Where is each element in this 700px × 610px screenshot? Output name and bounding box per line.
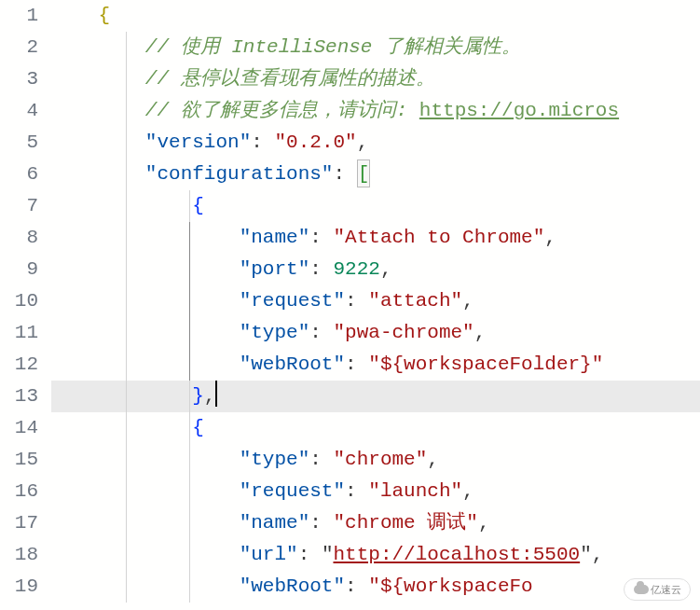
code-text: { (51, 195, 204, 216)
indent-guide (189, 571, 190, 603)
line-number: 6 (0, 159, 38, 190)
indent-guide (126, 476, 127, 507)
token-url-string: http://localhost:5500 (333, 544, 580, 565)
token-colon: : (345, 290, 368, 312)
line-number: 18 (0, 539, 38, 571)
code-text: "webRoot": "${workspaceFo (51, 575, 533, 597)
line-number: 19 (0, 571, 38, 603)
indent-guide (189, 285, 190, 317)
code-line[interactable]: // 悬停以查看现有属性的描述。 (51, 63, 700, 95)
indent-guide (126, 412, 127, 444)
code-line[interactable]: { (51, 0, 700, 32)
token-colon: : (345, 480, 368, 502)
code-line[interactable]: { (51, 412, 700, 444)
line-number: 8 (0, 222, 38, 254)
token-colon: : (309, 322, 333, 343)
line-number: 12 (0, 349, 38, 381)
token-key: "webRoot" (240, 354, 345, 375)
indent-guide (189, 381, 190, 412)
watermark-badge: 亿速云 (624, 578, 691, 601)
code-text: "webRoot": "${workspaceFolder}" (51, 354, 603, 375)
code-line[interactable]: "name": "Attach to Chrome", (51, 222, 700, 254)
line-number: 15 (0, 444, 38, 476)
token-brace: } (192, 385, 204, 407)
line-number: 2 (0, 32, 38, 63)
code-line[interactable]: { (51, 190, 700, 222)
indent-guide (126, 507, 127, 539)
indent-guide (189, 412, 190, 444)
token-comma: , (462, 480, 474, 502)
code-line[interactable]: "name": "chrome 调试", (51, 507, 700, 539)
indent-guide (126, 32, 127, 63)
token-string: "attach" (368, 290, 462, 312)
code-line[interactable]: }, (51, 381, 700, 412)
line-number: 9 (0, 254, 38, 285)
token-quote: " (322, 544, 334, 565)
code-text: "port": 9222, (51, 258, 392, 280)
line-number: 1 (0, 0, 38, 32)
line-number: 14 (0, 412, 38, 444)
token-colon: : (333, 163, 356, 185)
line-number: 7 (0, 190, 38, 222)
token-url: https://go.micros (419, 100, 619, 121)
code-text: // 使用 IntelliSense 了解相关属性。 (51, 36, 521, 58)
indent-guide (126, 159, 127, 190)
code-line[interactable]: "port": 9222, (51, 254, 700, 285)
token-brace: { (192, 195, 204, 216)
token-string: "${workspaceFo (368, 575, 532, 597)
token-comma: , (478, 512, 490, 534)
token-comma: , (544, 227, 556, 248)
indent-guide (126, 190, 127, 222)
indent-guide (189, 222, 190, 254)
token-string: "chrome" (333, 449, 427, 470)
token-key: "port" (240, 258, 310, 280)
line-number: 3 (0, 63, 38, 95)
indent-guide (126, 571, 127, 603)
token-colon: : (309, 512, 333, 534)
cloud-icon (634, 585, 649, 594)
code-text: "name": "Attach to Chrome", (51, 227, 556, 248)
token-colon: : (345, 575, 368, 597)
code-line[interactable]: "version": "0.2.0", (51, 127, 700, 159)
indent-guide (189, 444, 190, 476)
token-brace-yellow: { (98, 5, 110, 26)
token-key: "configurations" (145, 163, 334, 185)
indent-guide (126, 381, 127, 412)
token-colon: : (309, 258, 333, 280)
token-key: "type" (240, 449, 310, 470)
line-number: 4 (0, 95, 38, 127)
code-line[interactable]: // 使用 IntelliSense 了解相关属性。 (51, 32, 700, 63)
token-key: "request" (240, 290, 345, 312)
indent-guide (126, 444, 127, 476)
indent-guide (189, 190, 190, 222)
token-comma: , (427, 449, 439, 470)
code-line[interactable]: // 欲了解更多信息，请访问: https://go.micros (51, 95, 700, 127)
code-line[interactable]: "webRoot": "${workspaceFolder}" (51, 349, 700, 381)
code-line[interactable]: "url": "http://localhost:5500", (51, 539, 700, 571)
code-line[interactable]: "type": "pwa-chrome", (51, 317, 700, 349)
indent-guide (126, 63, 127, 95)
code-text: // 悬停以查看现有属性的描述。 (51, 68, 435, 90)
code-line[interactable]: "type": "chrome", (51, 444, 700, 476)
token-string: "Attach to Chrome" (333, 227, 544, 248)
indent-guide (126, 127, 127, 159)
code-text: "type": "chrome", (51, 449, 439, 470)
token-bracket-match: [ (357, 159, 371, 187)
indent-guide (126, 222, 127, 254)
token-key: "name" (240, 512, 310, 534)
token-colon: : (345, 354, 368, 375)
token-key: "url" (240, 544, 298, 565)
code-text: "configurations": [ (51, 163, 370, 185)
code-line[interactable]: "request": "launch", (51, 476, 700, 507)
line-number: 10 (0, 285, 38, 317)
code-editor[interactable]: 12345678910111213141516171819 { // 使用 In… (0, 0, 700, 610)
token-comment: // 欲了解更多信息，请访问: (145, 100, 419, 121)
code-area[interactable]: { // 使用 IntelliSense 了解相关属性。 // 悬停以查看现有属… (51, 0, 700, 610)
code-line[interactable]: "configurations": [ (51, 159, 700, 190)
token-string: "${workspaceFolder}" (368, 354, 603, 375)
code-line[interactable]: "webRoot": "${workspaceFo (51, 571, 700, 603)
code-line[interactable]: "request": "attach", (51, 285, 700, 317)
indent-guide (126, 285, 127, 317)
token-comment: // 使用 IntelliSense 了解相关属性。 (145, 36, 521, 58)
token-string: "pwa-chrome" (333, 322, 474, 343)
